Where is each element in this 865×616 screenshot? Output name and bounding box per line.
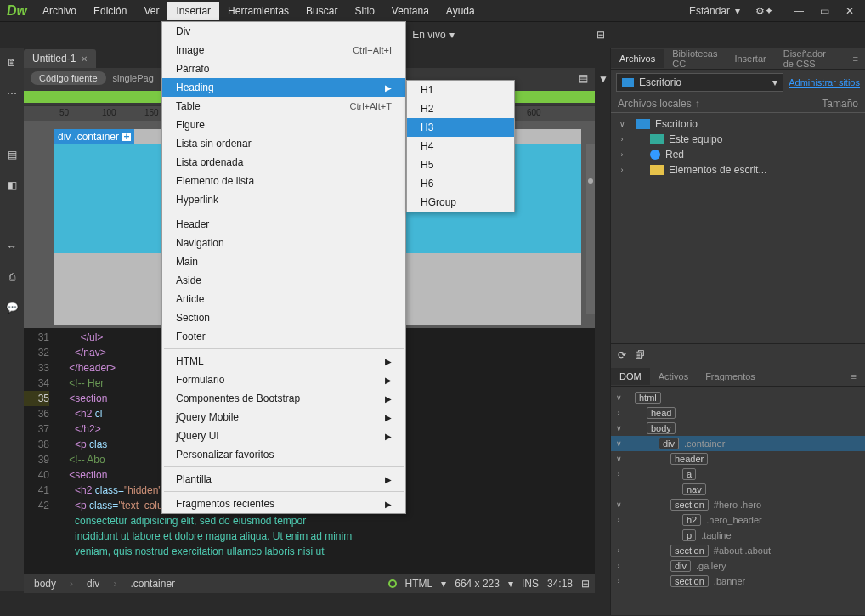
sync-settings-icon[interactable]: ⚙✦	[749, 5, 780, 17]
menu-item[interactable]: Formulario▶	[162, 370, 405, 389]
menu-item[interactable]: Componentes de Bootstrap▶	[162, 389, 405, 408]
dom-tree-row[interactable]: ∨body	[611, 421, 865, 436]
menu-sitio[interactable]: Sitio	[346, 2, 382, 20]
minimize-button[interactable]: —	[787, 3, 811, 20]
expand-icon[interactable]: ↔	[3, 238, 20, 255]
dom-tree-row[interactable]: ›a	[611, 466, 865, 482]
tab-dom[interactable]: DOM	[611, 368, 650, 385]
dom-tree-row[interactable]: ›div.gallery	[611, 558, 865, 574]
file-icon[interactable]: 🗎	[3, 54, 20, 71]
dom-tree-row[interactable]: ›section#about .about	[611, 543, 865, 558]
collect-icon[interactable]: 🗊	[635, 349, 645, 361]
submenu-item[interactable]: H1	[407, 81, 514, 99]
menu-item[interactable]: Heading▶	[162, 78, 405, 97]
menu-insertar[interactable]: Insertar	[167, 2, 219, 20]
menu-item[interactable]: Plantilla▶	[162, 470, 405, 489]
filter-icon[interactable]: ▼	[598, 73, 608, 85]
menu-item[interactable]: Hyperlink	[162, 190, 405, 209]
menu-ver[interactable]: Ver	[135, 2, 167, 20]
panel-menu-icon[interactable]: ≡	[846, 49, 865, 68]
menu-item[interactable]: Párrafo	[162, 59, 405, 78]
menu-item[interactable]: jQuery UI▶	[162, 427, 405, 445]
close-tab-icon[interactable]: ✕	[81, 54, 88, 64]
resize-handle[interactable]	[586, 144, 595, 314]
menu-item[interactable]: Figure	[162, 116, 405, 134]
pin-icon[interactable]: ⎙	[3, 268, 20, 285]
submenu-item[interactable]: H3	[407, 118, 514, 137]
related-file[interactable]: singlePag	[113, 73, 154, 83]
live-view-button[interactable]: En vivo▾	[405, 25, 461, 44]
menu-herramientas[interactable]: Herramientas	[219, 2, 297, 20]
document-tab[interactable]: Untitled-1 ✕	[24, 49, 96, 68]
menu-item[interactable]: Lista sin ordenar	[162, 134, 405, 153]
menu-edicion[interactable]: Edición	[85, 2, 135, 20]
menu-buscar[interactable]: Buscar	[297, 2, 346, 20]
menu-item[interactable]: Navigation	[162, 234, 405, 252]
panel-collapse-icon[interactable]: ⊟	[596, 29, 605, 41]
comment-icon[interactable]: 💬	[3, 299, 20, 316]
close-button[interactable]: ✕	[838, 3, 862, 20]
menu-item[interactable]: Personalizar favoritos	[162, 445, 405, 464]
menu-item[interactable]: Lista ordenada	[162, 153, 405, 172]
dom-tree-row[interactable]: ∨div.container	[611, 436, 865, 451]
tab-css-designer[interactable]: Diseñador de CSS	[775, 44, 846, 73]
tab-fragmentos[interactable]: Fragmentos	[697, 368, 764, 385]
menu-item[interactable]: Section	[162, 308, 405, 327]
submenu-item[interactable]: HGroup	[407, 193, 514, 212]
menu-archivo[interactable]: Archivo	[34, 2, 85, 20]
tab-activos[interactable]: Activos	[650, 368, 697, 385]
submenu-item[interactable]: H4	[407, 137, 514, 155]
menu-item[interactable]: Footer	[162, 327, 405, 346]
menu-ventana[interactable]: Ventana	[383, 2, 438, 20]
add-selector-icon[interactable]: +	[122, 133, 131, 141]
breadcrumb[interactable]: div	[82, 576, 105, 591]
submenu-item[interactable]: H2	[407, 99, 514, 118]
breadcrumb[interactable]: body	[29, 576, 61, 591]
file-tree-row[interactable]: ›Este equipo	[611, 132, 865, 147]
menu-item[interactable]: Article	[162, 290, 405, 308]
menu-item[interactable]: Main	[162, 252, 405, 271]
overflow-icon[interactable]: ⊟	[581, 578, 590, 590]
source-code-pill[interactable]: Código fuente	[31, 71, 106, 85]
dom-tree-row[interactable]: nav	[611, 482, 865, 497]
menu-ayuda[interactable]: Ayuda	[438, 2, 483, 20]
menu-item[interactable]: Fragmentos recientes▶	[162, 494, 405, 513]
element-selector-chip[interactable]: div .container +	[54, 129, 134, 144]
code-icon[interactable]: ▤	[3, 146, 20, 163]
breadcrumb[interactable]: .container	[125, 576, 180, 591]
manage-icon[interactable]: ⋯	[3, 85, 20, 102]
menu-item[interactable]: Header	[162, 215, 405, 234]
insert-mode[interactable]: INS	[522, 578, 539, 590]
file-tree-row[interactable]: ›Elementos de escrit...	[611, 162, 865, 178]
col-size[interactable]: Tamaño	[822, 98, 858, 110]
dom-tree-row[interactable]: ∨header	[611, 451, 865, 466]
options-icon[interactable]: ▤	[579, 72, 588, 84]
dom-tree-row[interactable]: ∨html	[611, 390, 865, 405]
manage-sites-link[interactable]: Administrar sitios	[789, 77, 860, 88]
dom-tree-row[interactable]: p.tagline	[611, 528, 865, 543]
submenu-item[interactable]: H5	[407, 155, 514, 174]
file-tree-row[interactable]: ∨Escritorio	[611, 116, 865, 132]
workspace-switcher[interactable]: Estándar▾	[681, 2, 749, 20]
sort-up-icon[interactable]: ↑	[695, 98, 700, 110]
refresh-icon[interactable]: ⟳	[618, 349, 626, 361]
submenu-item[interactable]: H6	[407, 174, 514, 193]
panel-menu-icon[interactable]: ≡	[843, 368, 865, 385]
menu-item[interactable]: Elemento de lista	[162, 172, 405, 190]
col-local-files[interactable]: Archivos locales	[618, 98, 692, 110]
dom-tree-row[interactable]: ›h2.hero_header	[611, 512, 865, 528]
menu-item[interactable]: HTML▶	[162, 352, 405, 370]
lang-selector[interactable]: HTML	[405, 578, 433, 590]
menu-item[interactable]: jQuery Mobile▶	[162, 408, 405, 427]
dom-tree-row[interactable]: ›section.banner	[611, 574, 865, 589]
dimensions-readout[interactable]: 664 x 223	[455, 578, 500, 590]
site-selector[interactable]: Escritorio ▾	[616, 73, 783, 92]
tab-bibliotecas[interactable]: Bibliotecas CC	[664, 44, 726, 73]
dom-tree-row[interactable]: ∨section#hero .hero	[611, 497, 865, 512]
file-tree-row[interactable]: ›Red	[611, 147, 865, 162]
maximize-button[interactable]: ▭	[812, 3, 836, 20]
menu-item[interactable]: Div	[162, 22, 405, 41]
split-icon[interactable]: ◧	[3, 177, 20, 194]
menu-item[interactable]: TableCtrl+Alt+T	[162, 97, 405, 116]
menu-item[interactable]: Aside	[162, 271, 405, 290]
